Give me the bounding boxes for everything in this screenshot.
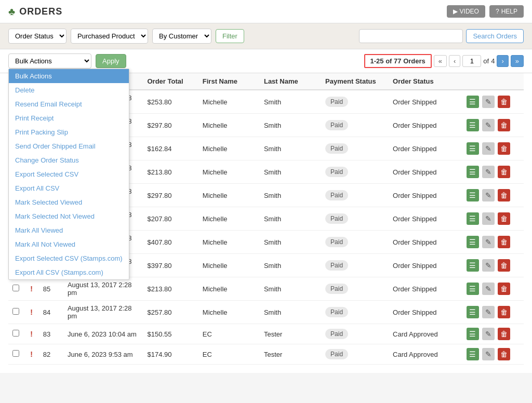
dropdown-item-export-selected-stamps[interactable]: Export Selected CSV (Stamps.com)	[9, 251, 129, 265]
dropdown-item-send-shipped[interactable]: Send Order Shipped Email	[9, 139, 129, 153]
help-icon: ?	[496, 8, 499, 15]
search-input[interactable]	[359, 29, 463, 43]
dropdown-item-mark-all-viewed[interactable]: Mark All Viewed	[9, 223, 129, 237]
edit-icon[interactable]: ✎	[482, 348, 495, 360]
edit-icon[interactable]: ✎	[482, 119, 495, 131]
edit-icon[interactable]: ✎	[482, 96, 495, 108]
view-icon[interactable]: ☰	[467, 142, 479, 155]
delete-icon[interactable]: 🗑	[498, 212, 510, 225]
view-icon[interactable]: ☰	[467, 119, 479, 131]
row-checkbox[interactable]	[12, 350, 19, 357]
row-checkbox-cell[interactable]	[8, 324, 26, 344]
edit-icon[interactable]: ✎	[482, 236, 495, 248]
dropdown-item-mark-selected-not-viewed[interactable]: Mark Selected Not Viewed	[9, 209, 129, 223]
row-total: $297.80	[143, 114, 198, 137]
last-page-button[interactable]: »	[511, 55, 524, 67]
delete-icon[interactable]: 🗑	[498, 142, 510, 155]
dropdown-item-export-all-stamps[interactable]: Export All CSV (Stamps.com)	[9, 265, 129, 279]
search-group: Search Orders	[359, 29, 524, 43]
row-order-status: Card Approved	[389, 344, 462, 365]
delete-icon[interactable]: 🗑	[498, 328, 510, 340]
prev-page-button[interactable]: ‹	[449, 55, 460, 67]
delete-icon[interactable]: 🗑	[498, 283, 510, 295]
row-firstname: EC	[198, 344, 260, 365]
row-payment-status: Paid	[321, 277, 389, 301]
row-payment-status: Paid	[321, 137, 389, 160]
row-checkbox-cell[interactable]	[8, 301, 26, 324]
edit-icon[interactable]: ✎	[482, 259, 495, 272]
col-header-actions	[462, 73, 524, 90]
view-icon[interactable]: ☰	[467, 306, 479, 318]
row-checkbox[interactable]	[12, 330, 19, 337]
edit-icon[interactable]: ✎	[482, 328, 495, 340]
edit-icon[interactable]: ✎	[482, 166, 495, 178]
page-input[interactable]	[462, 55, 481, 67]
bulk-actions-select[interactable]: Bulk Actions	[8, 53, 91, 69]
filter-button[interactable]: Filter	[216, 29, 244, 43]
row-checkbox-cell[interactable]	[8, 344, 26, 365]
dropdown-item-bulk-actions[interactable]: Bulk Actions	[9, 69, 129, 83]
dropdown-item-mark-all-not-viewed[interactable]: Mark All Not Viewed	[9, 237, 129, 251]
delete-icon[interactable]: 🗑	[498, 96, 510, 108]
delete-icon[interactable]: 🗑	[498, 189, 510, 202]
help-button[interactable]: ? HELP	[489, 5, 524, 18]
row-id: 83	[39, 324, 63, 344]
dropdown-item-export-selected-csv[interactable]: Export Selected CSV	[9, 167, 129, 181]
row-actions: ☰ ✎ 🗑	[462, 137, 524, 160]
first-page-button[interactable]: «	[434, 55, 447, 67]
edit-icon[interactable]: ✎	[482, 306, 495, 318]
view-icon[interactable]: ☰	[467, 283, 479, 295]
delete-icon[interactable]: 🗑	[498, 306, 510, 318]
view-icon[interactable]: ☰	[467, 328, 479, 340]
apply-button[interactable]: Apply	[96, 54, 126, 68]
row-actions: ☰ ✎ 🗑	[462, 301, 524, 324]
row-total: $253.80	[143, 90, 198, 114]
view-icon[interactable]: ☰	[467, 348, 479, 360]
search-orders-button[interactable]: Search Orders	[466, 29, 524, 43]
edit-icon[interactable]: ✎	[482, 189, 495, 202]
row-firstname: Michelle	[198, 254, 260, 277]
edit-icon[interactable]: ✎	[482, 142, 495, 155]
view-icon[interactable]: ☰	[467, 236, 479, 248]
delete-icon[interactable]: 🗑	[498, 166, 510, 178]
total-pages: 4	[491, 57, 495, 65]
row-checkbox-cell[interactable]	[8, 277, 26, 301]
view-icon[interactable]: ☰	[467, 259, 479, 272]
video-button[interactable]: ▶ VIDEO	[447, 5, 485, 18]
row-checkbox[interactable]	[12, 285, 19, 291]
row-checkbox[interactable]	[12, 308, 19, 315]
edit-icon[interactable]: ✎	[482, 283, 495, 295]
row-firstname: Michelle	[198, 160, 260, 184]
row-firstname: Michelle	[198, 137, 260, 160]
header: ♣ ORDERS ▶ VIDEO ? HELP	[0, 0, 532, 23]
row-payment-status: Paid	[321, 207, 389, 231]
row-firstname: Michelle	[198, 231, 260, 254]
next-page-button[interactable]: ›	[497, 55, 508, 67]
view-icon[interactable]: ☰	[467, 96, 479, 108]
dropdown-item-print-packing[interactable]: Print Packing Slip	[9, 125, 129, 139]
dropdown-item-delete[interactable]: Delete	[9, 83, 129, 97]
row-order-status: Order Shipped	[389, 160, 462, 184]
row-actions: ☰ ✎ 🗑	[462, 207, 524, 231]
view-icon[interactable]: ☰	[467, 166, 479, 178]
dropdown-item-mark-selected-viewed[interactable]: Mark Selected Viewed	[9, 195, 129, 209]
delete-icon[interactable]: 🗑	[498, 236, 510, 248]
row-total: $174.90	[143, 344, 198, 365]
dropdown-item-resend-email[interactable]: Resend Email Receipt	[9, 97, 129, 111]
payment-badge: Paid	[325, 307, 348, 317]
by-customer-select[interactable]: By Customer	[152, 29, 211, 44]
delete-icon[interactable]: 🗑	[498, 119, 510, 131]
row-firstname: Michelle	[198, 207, 260, 231]
view-icon[interactable]: ☰	[467, 189, 479, 202]
delete-icon[interactable]: 🗑	[498, 259, 510, 272]
dropdown-item-change-status[interactable]: Change Order Status	[9, 153, 129, 167]
dropdown-item-export-all-csv[interactable]: Export All CSV	[9, 181, 129, 195]
view-icon[interactable]: ☰	[467, 212, 479, 225]
dropdown-item-print-receipt[interactable]: Print Receipt	[9, 111, 129, 125]
delete-icon[interactable]: 🗑	[498, 348, 510, 360]
row-total: $213.80	[143, 277, 198, 301]
row-total: $397.80	[143, 254, 198, 277]
order-status-select[interactable]: Order Status	[8, 29, 66, 44]
purchased-product-select[interactable]: Purchased Product	[71, 29, 148, 44]
edit-icon[interactable]: ✎	[482, 212, 495, 225]
